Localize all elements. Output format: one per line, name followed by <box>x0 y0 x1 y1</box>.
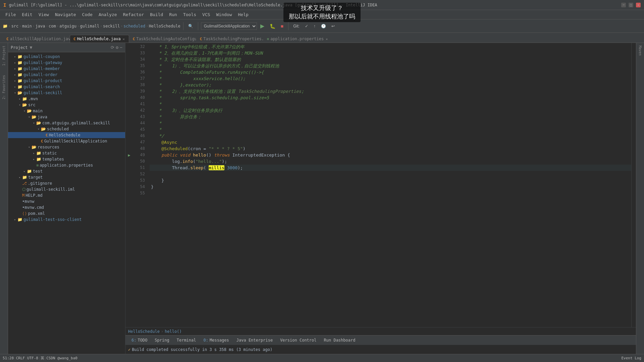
run-btn[interactable]: ▶ <box>258 21 266 31</box>
nav-favorites-label[interactable]: 2: Favorites <box>2 74 6 101</box>
tree-item-scheduled[interactable]: ▾📂scheduled <box>8 126 125 132</box>
menu-item-window[interactable]: Window <box>214 11 235 18</box>
tree-item-mvn[interactable]: ▸📁.mvn <box>8 96 125 102</box>
tree-item-templates[interactable]: ▸📁templates <box>8 156 125 162</box>
code-line-46[interactable]: */ <box>150 133 631 139</box>
tree-item-static[interactable]: ▸📁static <box>8 150 125 156</box>
tree-item-GulimallSeckillApplication[interactable]: C GulimallSeckillApplication <box>8 138 125 144</box>
menu-item-run[interactable]: Run <box>166 11 179 18</box>
tree-item-HelloSchedule[interactable]: C HelloSchedule <box>8 132 125 138</box>
code-line-37[interactable]: * xxxxService.hello(); <box>150 75 631 82</box>
breadcrumb-src[interactable]: src <box>11 24 19 28</box>
menu-item-vcs[interactable]: VCS <box>200 11 213 18</box>
breadcrumb-main[interactable]: main <box>22 24 32 28</box>
breadcrumb-com[interactable]: com <box>49 24 56 28</box>
bottom-tab-terminal[interactable]: Terminal <box>173 337 200 344</box>
bottom-tab-todo[interactable]: 6: TODO <box>128 337 151 344</box>
vcs-history-btn[interactable]: 🕐 <box>319 22 328 30</box>
code-line-48[interactable]: @Scheduled(cron = "* * * ? * 5") <box>150 145 631 152</box>
code-line-50[interactable]: log.info("hello..."); <box>150 158 631 165</box>
vcs-push-btn[interactable]: ↑ <box>312 22 318 30</box>
code-line-32[interactable]: * 1、Spring中6位组成，不允许第7位的年 <box>150 44 631 50</box>
menu-item-file[interactable]: File <box>3 11 18 18</box>
tab-close-tab2[interactable]: ✕ <box>122 37 125 41</box>
tree-item-mvnw[interactable]: • mvnw <box>8 198 125 204</box>
breadcrumb-class[interactable]: HelloSchedule <box>128 329 160 334</box>
project-settings-btn[interactable]: ▼ <box>30 45 33 50</box>
code-line-33[interactable]: * 2、在周几的位置，1-7代表周一到周日；MON-SUN <box>150 50 631 56</box>
tab-close-tab5[interactable]: ✕ <box>325 37 328 41</box>
tree-item-target[interactable]: ▸📁target <box>8 174 125 180</box>
project-sync-btn[interactable]: ⟳ <box>111 45 114 50</box>
bottom-tab-java-enterprise[interactable]: Java Enterprise <box>233 337 276 344</box>
tree-item-search[interactable]: ▸📁gulimall-search <box>8 84 125 90</box>
search-everywhere-btn[interactable]: 🔍 <box>186 22 195 30</box>
code-line-35[interactable]: * 1）、可以让业务运行以异步的方式，自己提交到线程池 <box>150 63 631 69</box>
tab-tab3[interactable]: CTaskSchedulingAutoConfiguration.java✕ <box>129 35 196 43</box>
tree-item-coupon[interactable]: ▸📁gulimall-coupon <box>8 54 125 60</box>
menu-item-tools[interactable]: Tools <box>180 11 199 18</box>
tree-item-gitignore[interactable]: ⎇ .gitignore <box>8 180 125 186</box>
code-line-52[interactable] <box>150 171 631 177</box>
code-line-45[interactable]: * <box>150 126 631 133</box>
tree-item-java[interactable]: ▾📂java <box>8 114 125 120</box>
nav-project-label[interactable]: 1: Project <box>2 44 6 67</box>
code-line-39[interactable]: * 2）、支持定时任务线程池；设置 TaskSchedulingProperti… <box>150 88 631 95</box>
code-line-43[interactable]: * 异步任务； <box>150 114 631 120</box>
line-ending[interactable]: CRLF <box>16 356 25 360</box>
code-line-41[interactable]: * <box>150 101 631 107</box>
tree-item-seckill[interactable]: ▾📂gulimall-seckill <box>8 90 125 96</box>
undo-btn[interactable]: ↩ <box>329 22 337 30</box>
code-line-53[interactable]: } <box>150 177 631 184</box>
breadcrumb-seckill[interactable]: seckill <box>103 24 120 28</box>
code-line-47[interactable]: @Async <box>150 139 631 145</box>
vcs-update-btn[interactable]: ✓ <box>303 22 310 30</box>
tree-item-pom.xml[interactable]: ⟨⟩ pom.xml <box>8 210 125 217</box>
tree-item-test[interactable]: ▸📁test <box>8 168 125 174</box>
project-gear-btn[interactable]: ⚙ <box>116 45 118 50</box>
event-log-btn[interactable]: Event Log <box>621 356 641 360</box>
breadcrumb-java[interactable]: java <box>35 24 45 28</box>
tree-item-src[interactable]: ▾📂src <box>8 102 125 108</box>
tree-item-member[interactable]: ▸📁gulimall-member <box>8 66 125 72</box>
encoding[interactable]: UTF-8 <box>27 356 38 360</box>
bottom-tab-messages[interactable]: 0: Messages <box>200 337 232 344</box>
tree-item-order[interactable]: ▸📁gulimall-order <box>8 72 125 78</box>
code-line-49[interactable]: public void hello() throws InterruptedEx… <box>150 152 631 158</box>
tree-item-resources[interactable]: ▾📂resources <box>8 144 125 150</box>
breadcrumb-method[interactable]: hello() <box>165 329 182 334</box>
breadcrumb-scheduled[interactable]: scheduled <box>123 24 145 28</box>
tab-tab1[interactable]: CallSeckillApplication.java✕ <box>3 35 70 43</box>
breadcrumb-atguigu[interactable]: atguigu <box>59 24 76 28</box>
tab-tab4[interactable]: CTaskSchedulingProperties.java✕ <box>196 35 263 43</box>
tree-item-com.atguigu.gulimall.seckill[interactable]: ▾📂com.atguigu.gulimall.seckill <box>8 120 125 126</box>
maven-panel-label[interactable]: Maven <box>638 44 642 57</box>
run-config-select[interactable]: GulimallSeckillApplication <box>201 22 257 30</box>
tab-tab2[interactable]: CHelloSchedule.java✕ <box>70 35 129 43</box>
menu-item-refactor[interactable]: Refactor <box>120 11 147 18</box>
tree-item-gateway[interactable]: ▸📁gulimall-gateway <box>8 60 125 66</box>
menu-item-view[interactable]: View <box>36 11 52 18</box>
code-line-42[interactable]: * 3）、让定时任务异步执行 <box>150 107 631 114</box>
menu-item-navigate[interactable]: Navigate <box>52 11 79 18</box>
breadcrumb-gulimall[interactable]: gulimall <box>80 24 100 28</box>
code-line-55[interactable] <box>150 190 631 196</box>
project-close-btn[interactable]: − <box>120 45 122 50</box>
tree-item-application.properties[interactable]: ≡ application.properties <box>8 162 125 168</box>
code-line-54[interactable]: } <box>150 184 631 190</box>
code-line-38[interactable]: * },executor); <box>150 82 631 88</box>
menu-item-build[interactable]: Build <box>147 11 166 18</box>
git-btn[interactable]: Git: <box>291 22 302 30</box>
code-line-44[interactable]: * <box>150 120 631 126</box>
code-line-51[interactable]: Thread.sleep( millis 3000); <box>150 165 631 171</box>
stop-btn[interactable]: ■ <box>279 22 285 30</box>
debug-btn[interactable]: 🐛 <box>268 22 277 30</box>
code-content[interactable]: * 1、Spring中6位组成，不允许第7位的年 * 2、在周几的位置，1-7代… <box>147 43 631 327</box>
bottom-tab-run-dashboard[interactable]: Run Dashboard <box>321 337 359 344</box>
minimize-button[interactable]: − <box>621 3 626 7</box>
run-gutter-icon[interactable]: ▶ <box>128 153 130 158</box>
maximize-button[interactable]: □ <box>629 3 633 7</box>
breadcrumb-helloschedule[interactable]: HelloSchedule <box>149 24 180 28</box>
tree-item-product[interactable]: ▸📁gulimall-product <box>8 78 125 84</box>
menu-item-help[interactable]: Help <box>235 11 251 18</box>
